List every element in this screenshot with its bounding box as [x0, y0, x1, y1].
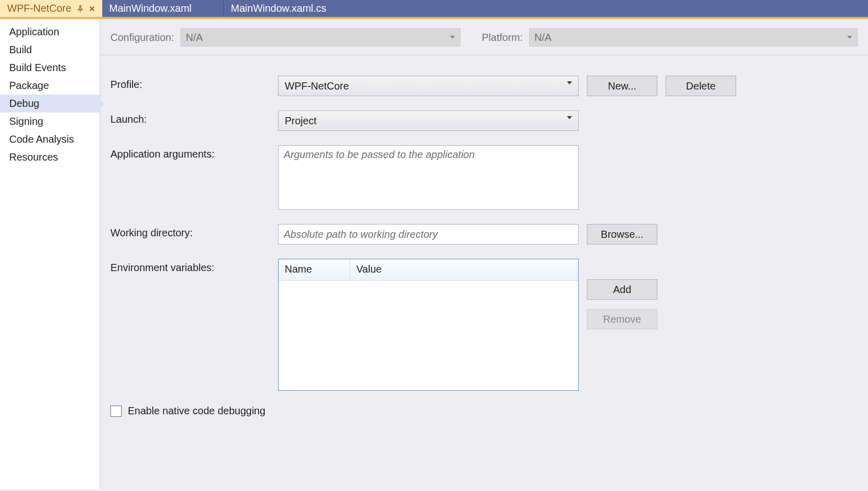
add-env-button[interactable]: Add [587, 279, 657, 300]
profile-value: WPF-NetCore [285, 80, 349, 92]
working-directory-label: Working directory: [110, 224, 278, 239]
env-col-value[interactable]: Value [350, 259, 578, 280]
close-icon[interactable] [89, 6, 95, 12]
configuration-label: Configuration: [110, 32, 174, 43]
debug-properties-panel: Configuration: N/A Platform: N/A Profile… [100, 19, 868, 489]
enable-native-debugging-label: Enable native code debugging [128, 405, 265, 417]
tab-mainwindow-xaml[interactable]: MainWindow.xaml [102, 0, 223, 17]
sidebar-item-application[interactable]: Application [0, 23, 100, 41]
tab-strip: WPF-NetCore MainWindow.xaml MainWindow.x… [0, 0, 868, 19]
project-properties-sidebar: Application Build Build Events Package D… [0, 19, 100, 489]
pin-icon[interactable] [77, 5, 84, 12]
configuration-value: N/A [186, 32, 203, 43]
chevron-down-icon [567, 116, 572, 119]
sidebar-item-package[interactable]: Package [0, 77, 100, 95]
env-col-name[interactable]: Name [279, 259, 350, 280]
remove-env-button[interactable]: Remove [587, 309, 657, 329]
launch-label: Launch: [110, 110, 278, 125]
tab-mainwindow-xaml-cs[interactable]: MainWindow.xaml.cs [224, 0, 374, 17]
platform-select[interactable]: N/A [529, 28, 858, 47]
profile-select[interactable]: WPF-NetCore [278, 76, 579, 96]
app-arguments-label: Application arguments: [110, 145, 278, 160]
new-profile-button[interactable]: New... [587, 76, 657, 96]
configuration-row: Configuration: N/A Platform: N/A [100, 28, 868, 55]
working-directory-input[interactable] [278, 224, 579, 244]
enable-native-debugging-checkbox[interactable] [110, 406, 122, 417]
platform-label: Platform: [482, 32, 523, 43]
sidebar-item-build[interactable]: Build [0, 41, 100, 59]
sidebar-item-code-analysis[interactable]: Code Analysis [0, 130, 100, 148]
tab-wpf-netcore[interactable]: WPF-NetCore [0, 0, 102, 17]
platform-value: N/A [535, 32, 552, 43]
configuration-select[interactable]: N/A [180, 28, 461, 47]
launch-select[interactable]: Project [278, 110, 579, 131]
sidebar-item-debug[interactable]: Debug [0, 95, 100, 113]
sidebar-item-signing[interactable]: Signing [0, 113, 100, 130]
env-variables-table[interactable]: Name Value [278, 259, 579, 391]
tab-label: MainWindow.xaml.cs [231, 3, 327, 14]
chevron-down-icon [450, 36, 455, 39]
app-arguments-input[interactable] [278, 145, 579, 210]
env-table-header: Name Value [279, 259, 578, 281]
chevron-down-icon [567, 81, 572, 84]
tab-label: WPF-NetCore [7, 3, 72, 14]
env-variables-label: Environment variables: [110, 259, 278, 274]
sidebar-item-resources[interactable]: Resources [0, 148, 100, 166]
sidebar-item-build-events[interactable]: Build Events [0, 59, 100, 77]
delete-profile-button[interactable]: Delete [666, 76, 736, 96]
profile-label: Profile: [110, 76, 278, 91]
chevron-down-icon [847, 36, 852, 39]
launch-value: Project [285, 115, 316, 127]
tab-label: MainWindow.xaml [109, 3, 192, 14]
browse-button[interactable]: Browse... [587, 224, 657, 244]
